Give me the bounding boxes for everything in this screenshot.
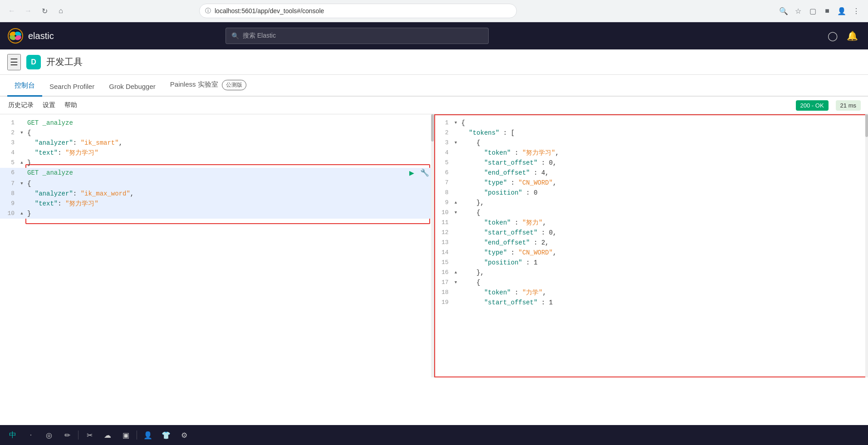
run-icon[interactable]: ▶ (407, 168, 417, 179)
devtools-title: 开发工具 (46, 56, 83, 68)
out-num-7: 7 (434, 178, 452, 188)
out-gutter-3[interactable]: ▼ (452, 138, 460, 148)
line-code-5: } (25, 158, 434, 168)
output-line-2: 2 "tokens" : [ (434, 128, 868, 138)
out-num-12: 12 (434, 228, 452, 238)
profile-icon[interactable]: 👤 (835, 5, 848, 17)
out-gutter-16[interactable]: ▲ (452, 268, 460, 278)
line-gutter-2[interactable]: ▼ (18, 128, 25, 138)
out-code-18: "token" : "力学", (460, 288, 868, 298)
tab-search-profiler[interactable]: Search Profiler (42, 77, 102, 97)
notification-icon[interactable]: 🔔 (844, 28, 861, 44)
out-num-17: 17 (434, 278, 452, 288)
out-code-2: "tokens" : [ (460, 128, 868, 138)
menu-icon[interactable]: ⋮ (850, 5, 863, 17)
code-line-1: 1 GET _analyze (0, 118, 434, 128)
elastic-logo-text: elastic (28, 31, 54, 41)
code-line-2: 2 ▼ { (0, 128, 434, 138)
out-code-8: "position" : 0 (460, 188, 868, 198)
out-code-11: "token" : "努力", (460, 218, 868, 228)
output-line-13: 13 "end_offset" : 2, (434, 238, 868, 248)
browser-chrome: ← → ↻ ⌂ ⓘ localhost:5601/app/dev_tools#/… (0, 0, 868, 22)
code-line-5: 5 ▲ } (0, 158, 434, 168)
line-num-3: 3 (0, 138, 18, 148)
browser-right-icons: 🔍 ☆ ▢ ■ 👤 ⋮ (777, 5, 863, 17)
out-code-1: { (460, 118, 868, 128)
star-icon[interactable]: ☆ (792, 5, 804, 17)
reload-button[interactable]: ↻ (38, 5, 51, 17)
elastic-logo-icon (7, 28, 24, 44)
out-num-5: 5 (434, 158, 452, 168)
output-line-12: 12 "start_offset" : 0, (434, 228, 868, 238)
output-line-17: 17 ▼ { (434, 278, 868, 288)
out-num-8: 8 (434, 188, 452, 198)
output-line-16: 16 ▲ }, (434, 268, 868, 278)
line-num-10: 10 (0, 209, 18, 219)
line-code-7: { (25, 179, 434, 189)
output-line-19: 19 "start_offset" : 1 (434, 298, 868, 308)
output-line-6: 6 "end_offset" : 4, (434, 168, 868, 178)
out-num-9: 9 (434, 198, 452, 208)
global-search-bar[interactable]: 🔍 搜索 Elastic (226, 28, 489, 44)
line-num-7: 7 (0, 179, 18, 189)
line-code-2: { (25, 128, 434, 138)
extensions-icon[interactable]: ■ (821, 5, 834, 17)
out-gutter-17[interactable]: ▼ (452, 278, 460, 288)
help-button[interactable]: 帮助 (64, 99, 78, 111)
code-line-4: 4 "text": "努力学习" (0, 148, 434, 158)
out-code-12: "start_offset" : 0, (460, 228, 868, 238)
wrench-icon[interactable]: 🔧 (419, 168, 430, 179)
line-gutter-7[interactable]: ▼ (18, 179, 25, 189)
output-content: 1 ▼ { 2 "tokens" : [ 3 ▼ { 4 "token (434, 114, 868, 311)
back-button[interactable]: ← (5, 5, 18, 17)
tab-grok-debugger[interactable]: Grok Debugger (102, 77, 163, 97)
code-line-9: 9 "text": "努力学习" (0, 199, 434, 209)
output-scrollbar[interactable] (865, 114, 868, 377)
output-pane: 1 ▼ { 2 "tokens" : [ 3 ▼ { 4 "token (434, 114, 868, 377)
settings-button[interactable]: 设置 (42, 99, 56, 111)
tabs-bar: 控制台 Search Profiler Grok Debugger Painle… (0, 75, 868, 97)
history-button[interactable]: 历史记录 (7, 99, 34, 111)
beta-badge: 公测版 (222, 80, 246, 90)
editor-scrollbar-thumb[interactable] (431, 114, 434, 142)
line-num-1: 1 (0, 118, 18, 128)
out-gutter-10[interactable]: ▼ (452, 208, 460, 218)
editor-pane[interactable]: 1 GET _analyze 2 ▼ { 3 "analyzer": "ik_s… (0, 114, 434, 377)
main-content: 1 GET _analyze 2 ▼ { 3 "analyzer": "ik_s… (0, 114, 868, 377)
devtools-bar: ☰ D 开发工具 (0, 49, 868, 75)
line-code-1: GET _analyze (25, 118, 434, 128)
output-line-7: 7 "type" : "CN_WORD", (434, 178, 868, 188)
out-num-4: 4 (434, 148, 452, 158)
output-line-4: 4 "token" : "努力学习", (434, 148, 868, 158)
global-search-placeholder: 搜索 Elastic (243, 32, 276, 40)
line-num-2: 2 (0, 128, 18, 138)
output-line-5: 5 "start_offset" : 0, (434, 158, 868, 168)
help-circle-icon[interactable]: ◯ (824, 28, 841, 44)
out-num-16: 16 (434, 268, 452, 278)
home-button[interactable]: ⌂ (54, 5, 67, 17)
header-right-icons: ◯ 🔔 (824, 28, 861, 44)
secure-icon: ⓘ (205, 7, 211, 15)
forward-button[interactable]: → (22, 5, 34, 17)
elastic-logo: elastic (7, 28, 54, 44)
line-actions-6: ▶ 🔧 (407, 168, 434, 179)
out-code-17: { (460, 278, 868, 288)
tab-painless[interactable]: Painless 实验室 公测版 (163, 74, 254, 97)
line-code-3: "analyzer": "ik_smart", (25, 138, 434, 148)
tab-icon[interactable]: ▢ (806, 5, 819, 17)
out-num-11: 11 (434, 218, 452, 228)
out-gutter-1[interactable]: ▼ (452, 118, 460, 128)
hamburger-button[interactable]: ☰ (7, 54, 21, 70)
editor-scrollbar[interactable] (431, 114, 434, 377)
output-scrollbar-thumb[interactable] (865, 114, 868, 137)
url-text: localhost:5601/app/dev_tools#/console (215, 7, 324, 15)
address-bar[interactable]: ⓘ localhost:5601/app/dev_tools#/console (199, 4, 517, 18)
code-line-6: 6 GET _analyze ▶ 🔧 (0, 168, 434, 179)
out-gutter-9[interactable]: ▲ (452, 198, 460, 208)
tab-console[interactable]: 控制台 (7, 76, 42, 97)
browser-toolbar: ← → ↻ ⌂ ⓘ localhost:5601/app/dev_tools#/… (0, 0, 868, 22)
code-line-3: 3 "analyzer": "ik_smart", (0, 138, 434, 148)
zoom-icon[interactable]: 🔍 (777, 5, 790, 17)
line-gutter-10[interactable]: ▲ (18, 209, 25, 219)
line-gutter-5[interactable]: ▲ (18, 158, 25, 168)
